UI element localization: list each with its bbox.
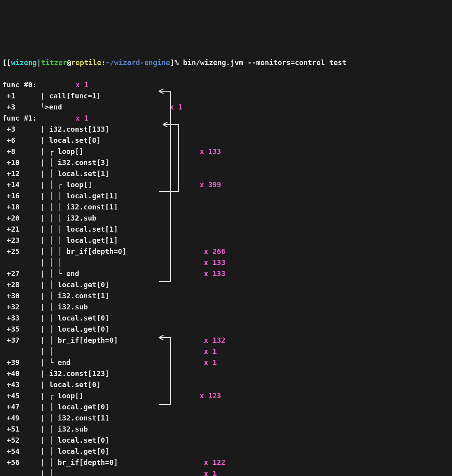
byte-offset: +23 (2, 235, 40, 246)
tree-guide: | │ └ (40, 268, 66, 279)
instruction: loop[] (66, 180, 92, 189)
byte-offset: +28 (2, 279, 40, 290)
trace-line: +32 | │ i32.sub (2, 301, 450, 313)
instruction: end (66, 269, 79, 278)
trace-line: +1 | call[func=1] (2, 90, 450, 102)
byte-offset: +33 (2, 313, 40, 324)
tree-guide: | │ (40, 335, 58, 346)
exec-count: x 1 (204, 469, 217, 476)
exec-count: x 1 (75, 114, 88, 122)
byte-offset: +27 (2, 268, 40, 279)
trace-line: +39 | └ end x 1 (2, 357, 450, 368)
byte-offset: +51 (2, 424, 40, 435)
trace-line: +49 | │ i32.const[1] (2, 413, 450, 424)
tree-guide: | │ ┌ (40, 179, 66, 190)
trace-line: +23 | │ │ local.get[1] (2, 235, 450, 246)
instruction: br_if[depth=0] (66, 247, 127, 255)
trace-line: | │ x 1 (2, 468, 450, 476)
tree-guide: | ┌ (40, 390, 58, 401)
tree-guide: | │ (40, 324, 58, 335)
byte-offset: +14 (2, 179, 40, 190)
trace-line: | │ x 1 (2, 346, 450, 357)
exec-count: x 1 (204, 347, 217, 355)
instruction: loop[] (58, 392, 83, 400)
trace-line: +16 | │ │ local.get[1] (2, 190, 450, 202)
prompt-line: [[wizeng|titzer@reptile:~/wizard-engine]… (2, 57, 450, 68)
exec-count: x 133 (204, 258, 225, 267)
instruction: i32.const[1] (58, 292, 109, 300)
instruction: local.get[0] (58, 325, 109, 333)
tree-guide: | │ (40, 313, 58, 324)
tree-guide: | │ (40, 290, 58, 301)
instruction: local.get[1] (66, 192, 118, 200)
instruction: i32.const[1] (66, 203, 118, 211)
trace-line: +14 | │ ┌ loop[] x 399 (2, 179, 450, 190)
trace-line: +18 | │ │ i32.const[1] (2, 202, 450, 213)
trace-line: +12 | │ local.set[1] (2, 168, 450, 179)
trace-line: +8 | ┌ loop[] x 133 (2, 146, 450, 157)
exec-count: x 123 (200, 392, 221, 400)
instruction: br_if[depth=0] (58, 336, 118, 344)
tree-guide: | │ │ (40, 190, 66, 202)
tree-guide: | (40, 135, 49, 146)
instruction: end (58, 358, 71, 367)
trace-line: +56 | │ br_if[depth=0] x 122 (2, 457, 450, 468)
instruction: br_if[depth=0] (58, 458, 118, 466)
trace-line: +52 | │ local.set[0] (2, 435, 450, 446)
instruction: local.set[0] (49, 380, 101, 389)
exec-count: x 133 (204, 269, 225, 278)
byte-offset: +40 (2, 368, 40, 379)
tree-guide: | (40, 379, 49, 390)
byte-offset: +37 (2, 335, 40, 346)
trace-line: +10 | │ i32.const[3] (2, 157, 450, 168)
trace-line: +45 | ┌ loop[] x 123 (2, 390, 450, 401)
trace-line: +40 | i32.const[123] (2, 368, 450, 379)
byte-offset: +1 (2, 90, 40, 102)
byte-offset: +10 (2, 157, 40, 168)
instruction: local.set[1] (58, 169, 109, 178)
tree-guide: | └ (40, 357, 58, 368)
tree-guide: | │ │ (40, 257, 66, 268)
instruction: i32.const[3] (58, 158, 109, 167)
instruction: local.set[1] (66, 225, 118, 233)
byte-offset: +25 (2, 246, 40, 257)
byte-offset: +45 (2, 390, 40, 401)
byte-offset: +16 (2, 190, 40, 202)
tree-guide: | │ (40, 157, 58, 168)
instruction: i32.const[133] (49, 125, 110, 133)
trace-line: +54 | │ local.get[0] (2, 446, 450, 457)
instruction: local.set[0] (49, 136, 101, 144)
exec-count: x 1 (75, 81, 88, 89)
instruction: i32.sub (58, 425, 88, 433)
trace-line: +33 | │ local.set[0] (2, 313, 450, 324)
func-header: func #0: (2, 81, 37, 89)
exec-count: x 132 (204, 336, 225, 344)
byte-offset (2, 257, 40, 268)
terminal-output[interactable]: [[wizeng|titzer@reptile:~/wizard-engine]… (0, 44, 452, 476)
instruction: i32.sub (66, 214, 96, 222)
byte-offset: +21 (2, 224, 40, 235)
tree-guide: | │ (40, 457, 58, 468)
tree-guide: | │ (40, 168, 58, 179)
tree-guide: | │ (40, 468, 58, 476)
tree-guide: | ┌ (40, 146, 58, 157)
byte-offset: +12 (2, 168, 40, 179)
instruction: local.get[0] (58, 403, 109, 411)
trace-line: | │ │ x 133 (2, 257, 450, 268)
exec-count: x 399 (200, 180, 221, 189)
tree-guide: | (40, 90, 49, 102)
byte-offset: +30 (2, 290, 40, 301)
byte-offset: +43 (2, 379, 40, 390)
instruction: local.set[0] (58, 436, 109, 444)
trace-line: +51 | │ i32.sub (2, 424, 450, 435)
byte-offset: +3 (2, 124, 40, 135)
tree-guide: | │ (40, 301, 58, 313)
tree-guide: | │ │ (40, 202, 66, 213)
tree-guide: └> (40, 102, 49, 113)
byte-offset: +6 (2, 135, 40, 146)
trace-line: +47 | │ local.get[0] (2, 401, 450, 413)
instruction: local.get[0] (58, 280, 109, 289)
tree-guide: | │ (40, 446, 58, 457)
trace-line: +6 | local.set[0] (2, 135, 450, 146)
tree-guide: | (40, 124, 49, 135)
